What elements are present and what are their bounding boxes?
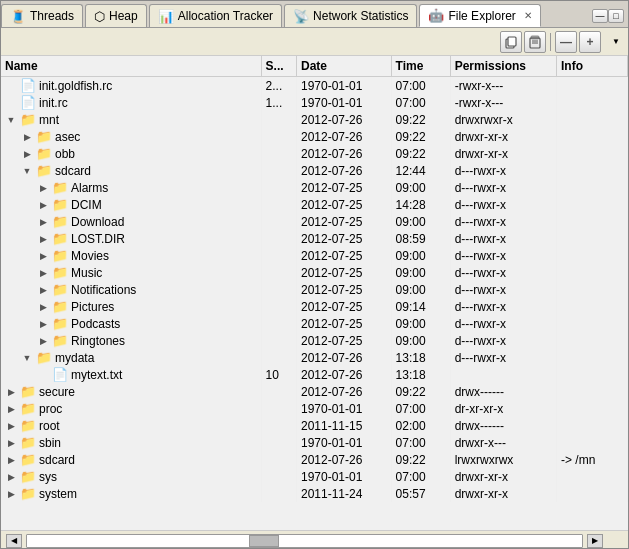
tree-expander[interactable]: ▶	[5, 437, 17, 449]
table-row[interactable]: ▶📁Alarms2012-07-2509:00d---rwxr-x	[1, 179, 628, 196]
tree-expander[interactable]: ▶	[37, 233, 49, 245]
horizontal-scrollbar[interactable]	[26, 534, 583, 548]
table-row[interactable]: ▶📁system2011-11-2405:57drwxr-xr-x	[1, 485, 628, 502]
table-row[interactable]: ▶📁obb2012-07-2609:22drwxr-xr-x	[1, 145, 628, 162]
tree-expander[interactable]: ▶	[37, 335, 49, 347]
tab-network-statistics[interactable]: 📡 Network Statistics	[284, 4, 417, 27]
file-time-cell: 12:44	[391, 162, 450, 179]
file-name-cell: ▶📁Podcasts	[1, 315, 261, 332]
tree-expander[interactable]: ▶	[37, 301, 49, 313]
tree-expander[interactable]: ▶	[21, 131, 33, 143]
h-scroll-thumb[interactable]	[249, 535, 279, 547]
tree-expander[interactable]: ▶	[5, 454, 17, 466]
file-date-cell: 2012-07-25	[297, 281, 392, 298]
file-info-cell	[557, 230, 628, 247]
table-row[interactable]: ▶📁Download2012-07-2509:00d---rwxr-x	[1, 213, 628, 230]
table-row[interactable]: ▶📁root2011-11-1502:00drwx------	[1, 417, 628, 434]
tree-expander[interactable]: ▼	[5, 114, 17, 126]
file-time-cell: 09:00	[391, 332, 450, 349]
table-row[interactable]: ▶📁Ringtones2012-07-2509:00d---rwxr-x	[1, 332, 628, 349]
tab-allocation-label: Allocation Tracker	[178, 9, 273, 23]
table-row[interactable]: ▶📁Music2012-07-2509:00d---rwxr-x	[1, 264, 628, 281]
file-date-cell: 2012-07-25	[297, 196, 392, 213]
network-icon: 📡	[293, 9, 309, 24]
file-info-cell	[557, 264, 628, 281]
file-tree-scroll[interactable]: Name S... Date Time Permissions Info 📄in…	[1, 56, 628, 530]
table-row[interactable]: ▶📁DCIM2012-07-2514:28d---rwxr-x	[1, 196, 628, 213]
file-name-label: Ringtones	[71, 334, 125, 348]
file-name-label: LOST.DIR	[71, 232, 125, 246]
tree-expander[interactable]: ▶	[5, 420, 17, 432]
file-date-cell: 2012-07-26	[297, 111, 392, 128]
table-row[interactable]: ▶📁Movies2012-07-2509:00d---rwxr-x	[1, 247, 628, 264]
file-date-cell: 2012-07-25	[297, 332, 392, 349]
file-name-label: mytext.txt	[71, 368, 122, 382]
table-row[interactable]: ▶📁Pictures2012-07-2509:14d---rwxr-x	[1, 298, 628, 315]
toolbar-btn-paste[interactable]	[524, 31, 546, 53]
table-row[interactable]: ▶📁Podcasts2012-07-2509:00d---rwxr-x	[1, 315, 628, 332]
col-header-date[interactable]: Date	[297, 56, 392, 77]
tree-expander[interactable]: ▼	[21, 165, 33, 177]
col-header-name[interactable]: Name	[1, 56, 261, 77]
file-permissions-cell: dr-xr-xr-x	[450, 400, 556, 417]
tree-expander[interactable]: ▼	[21, 352, 33, 364]
toolbar-btn-copy[interactable]	[500, 31, 522, 53]
tree-expander[interactable]: ▶	[37, 318, 49, 330]
file-time-cell: 14:28	[391, 196, 450, 213]
toolbar-dropdown-btn[interactable]: ▼	[609, 35, 623, 49]
file-name-label: sdcard	[39, 453, 75, 467]
table-row[interactable]: ▶📁Notifications2012-07-2509:00d---rwxr-x	[1, 281, 628, 298]
file-name-label: root	[39, 419, 60, 433]
tree-expander[interactable]: ▶	[37, 199, 49, 211]
maximize-button[interactable]: □	[608, 9, 624, 23]
file-date-cell: 2012-07-25	[297, 179, 392, 196]
table-row[interactable]: 📄mytext.txt102012-07-2613:18	[1, 366, 628, 383]
tree-expander[interactable]: ▶	[21, 148, 33, 160]
tree-expander[interactable]: ▶	[5, 471, 17, 483]
table-row[interactable]: ▶📁secure2012-07-2609:22drwx------	[1, 383, 628, 400]
tree-expander[interactable]: ▶	[37, 216, 49, 228]
table-row[interactable]: ▶📁asec2012-07-2609:22drwxr-xr-x	[1, 128, 628, 145]
col-header-time[interactable]: Time	[391, 56, 450, 77]
file-date-cell: 1970-01-01	[297, 77, 392, 95]
tree-expander[interactable]: ▶	[5, 386, 17, 398]
folder-icon: 📁	[52, 197, 68, 212]
tree-expander[interactable]: ▶	[5, 403, 17, 415]
tree-expander[interactable]: ▶	[37, 182, 49, 194]
file-time-cell: 08:59	[391, 230, 450, 247]
tab-file-explorer[interactable]: 🤖 File Explorer ✕	[419, 4, 540, 27]
toolbar-btn-add[interactable]: +	[579, 31, 601, 53]
tab-heap[interactable]: ⬡ Heap	[85, 4, 147, 27]
tree-expander[interactable]: ▶	[5, 488, 17, 500]
tree-expander[interactable]: ▶	[37, 250, 49, 262]
col-header-permissions[interactable]: Permissions	[450, 56, 556, 77]
h-scroll-left-btn[interactable]: ◀	[6, 534, 22, 548]
close-icon[interactable]: ✕	[524, 10, 532, 21]
file-date-cell: 1970-01-01	[297, 400, 392, 417]
col-header-info[interactable]: Info	[557, 56, 628, 77]
table-row[interactable]: ▼📁mnt2012-07-2609:22drwxrwxr-x	[1, 111, 628, 128]
tab-allocation-tracker[interactable]: 📊 Allocation Tracker	[149, 4, 282, 27]
col-header-size[interactable]: S...	[261, 56, 296, 77]
file-permissions-cell: drwx------	[450, 383, 556, 400]
table-row[interactable]: ▼📁sdcard2012-07-2612:44d---rwxr-x	[1, 162, 628, 179]
file-date-cell: 2012-07-25	[297, 247, 392, 264]
tree-expander[interactable]: ▶	[37, 284, 49, 296]
heap-icon: ⬡	[94, 9, 105, 24]
minimize-button[interactable]: —	[592, 9, 608, 23]
table-row[interactable]: ▶📁sdcard2012-07-2609:22lrwxrwxrwx-> /mn	[1, 451, 628, 468]
table-row[interactable]: ▶📁sbin1970-01-0107:00drwxr-x---	[1, 434, 628, 451]
tab-bar-spacer	[543, 4, 592, 27]
table-row[interactable]: 📄init.goldfish.rc2...1970-01-0107:00-rwx…	[1, 77, 628, 95]
table-row[interactable]: ▶📁LOST.DIR2012-07-2508:59d---rwxr-x	[1, 230, 628, 247]
table-row[interactable]: 📄init.rc1...1970-01-0107:00-rwxr-x---	[1, 94, 628, 111]
file-time-cell: 09:22	[391, 128, 450, 145]
tree-expander[interactable]: ▶	[37, 267, 49, 279]
table-row[interactable]: ▼📁mydata2012-07-2613:18d---rwxr-x	[1, 349, 628, 366]
table-row[interactable]: ▶📁sys1970-01-0107:00drwxr-xr-x	[1, 468, 628, 485]
toolbar-btn-delete[interactable]: —	[555, 31, 577, 53]
table-row[interactable]: ▶📁proc1970-01-0107:00dr-xr-xr-x	[1, 400, 628, 417]
file-size-cell	[261, 434, 296, 451]
h-scroll-right-btn[interactable]: ▶	[587, 534, 603, 548]
tab-threads[interactable]: 🧵 Threads	[1, 4, 83, 27]
